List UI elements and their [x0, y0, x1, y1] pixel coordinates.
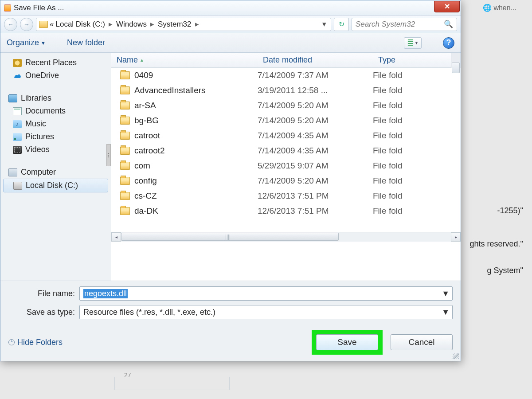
disk-icon: [13, 182, 22, 190]
search-icon[interactable]: 🔍: [444, 20, 453, 29]
titlebar: Save File As ... ✕: [0, 0, 461, 16]
sidebar-splitter[interactable]: [106, 144, 111, 166]
toolbar: Organize ▼ New folder ≣ ▼ ?: [0, 33, 461, 53]
close-button[interactable]: ✕: [434, 1, 460, 12]
file-row[interactable]: da-DK12/6/2013 7:51 PMFile fold: [111, 203, 461, 219]
bottom-panel: File name: negoexts.dll ▼ Save as type: …: [0, 281, 461, 361]
cancel-button[interactable]: Cancel: [391, 334, 453, 350]
file-type: File fold: [373, 116, 461, 125]
breadcrumb-item[interactable]: System32: [158, 20, 192, 29]
column-header-date[interactable]: Date modified: [258, 55, 373, 65]
file-row[interactable]: catroot27/14/2009 4:35 AMFile fold: [111, 143, 461, 158]
sidebar-computer[interactable]: Computer: [0, 166, 111, 179]
saveastype-label: Save as type:: [8, 308, 75, 317]
search-input[interactable]: Search System32 🔍: [352, 18, 457, 31]
sidebar-libraries[interactable]: Libraries: [0, 92, 111, 105]
saveastype-dropdown[interactable]: ▼: [442, 308, 450, 317]
scrollbar-track[interactable]: [121, 232, 451, 242]
hide-folders-toggle[interactable]: ˄ Hide Folders: [8, 338, 63, 347]
chevron-right-icon[interactable]: ▸: [193, 20, 201, 29]
file-row[interactable]: bg-BG7/14/2009 5:20 AMFile fold: [111, 113, 461, 128]
scrollbar-thumb[interactable]: [121, 233, 339, 241]
column-header-type[interactable]: Type: [373, 55, 461, 65]
filename-dropdown[interactable]: ▼: [442, 289, 450, 298]
file-list[interactable]: 04097/14/2009 7:37 AMFile foldAdvancedIn…: [111, 68, 461, 232]
file-date: 7/14/2009 5:20 AM: [258, 101, 373, 110]
file-row[interactable]: com5/29/2015 9:07 AMFile fold: [111, 158, 461, 173]
file-row[interactable]: catroot7/14/2009 4:35 AMFile fold: [111, 128, 461, 143]
address-bar[interactable]: « Local Disk (C:) ▸ Windows ▸ System32 ▸…: [36, 18, 331, 31]
refresh-button[interactable]: ↻: [334, 18, 349, 31]
sidebar-item[interactable]: OneDrive: [0, 69, 111, 82]
file-date: 12/6/2013 7:51 PM: [258, 191, 373, 201]
chevron-right-icon[interactable]: ▸: [107, 20, 114, 29]
sidebar-item[interactable]: Music: [0, 117, 111, 130]
sidebar-item-label: OneDrive: [25, 71, 59, 80]
new-folder-button[interactable]: New folder: [67, 38, 105, 47]
folder-icon: [120, 162, 130, 170]
breadcrumb-item[interactable]: Windows: [116, 20, 147, 29]
file-row[interactable]: ar-SA7/14/2009 5:20 AMFile fold: [111, 98, 461, 113]
file-type: File fold: [373, 206, 461, 216]
file-row[interactable]: cs-CZ12/6/2013 7:51 PMFile fold: [111, 188, 461, 203]
file-type: File fold: [373, 70, 461, 80]
sidebar-item[interactable]: Videos: [0, 143, 111, 156]
filename-value: negoexts.dll: [83, 289, 128, 298]
chevron-down-icon: ▼: [415, 41, 419, 45]
file-name: bg-BG: [134, 116, 159, 125]
background-text-line: g System": [487, 266, 523, 275]
horizontal-scrollbar: ◂ ▸: [111, 232, 461, 242]
file-name: catroot: [134, 131, 160, 141]
sidebar-item[interactable]: Recent Places: [0, 56, 111, 69]
save-file-dialog: Save File As ... ✕ ← → « Local Disk (C:)…: [0, 0, 461, 361]
close-icon: ✕: [444, 2, 450, 11]
column-header-name[interactable]: Name ▲: [111, 55, 258, 65]
background-browser-tab: 🌐 when...: [483, 4, 516, 12]
breadcrumb-item[interactable]: Local Disk (C:): [55, 20, 105, 29]
folder-icon: [120, 71, 130, 79]
filename-input[interactable]: negoexts.dll ▼: [79, 286, 453, 301]
file-type: File fold: [373, 161, 461, 171]
chevron-right-icon[interactable]: ▸: [149, 20, 156, 29]
recent-icon: [13, 59, 22, 67]
sidebar-item-label: Pictures: [25, 132, 54, 141]
scroll-right-button[interactable]: ▸: [451, 232, 461, 242]
sidebar-item[interactable]: Pictures: [0, 130, 111, 143]
file-date: 7/14/2009 7:37 AM: [258, 70, 373, 80]
file-name: da-DK: [134, 206, 158, 216]
file-row[interactable]: AdvancedInstallers3/19/2011 12:58 ...Fil…: [111, 83, 461, 98]
folder-icon: [120, 207, 130, 215]
vid-icon: [13, 146, 22, 154]
sidebar-local-disk[interactable]: Local Disk (C:): [3, 179, 108, 192]
sort-indicator-icon: ▲: [140, 58, 144, 63]
save-button[interactable]: Save: [316, 334, 378, 350]
file-name: cs-CZ: [134, 191, 157, 201]
address-dropdown[interactable]: ▾: [321, 20, 328, 29]
file-date: 7/14/2009 4:35 AM: [258, 146, 373, 156]
onedrive-icon: [13, 72, 22, 80]
filename-label: File name:: [8, 289, 75, 298]
scroll-left-button[interactable]: ◂: [111, 232, 121, 242]
background-divider: [114, 377, 230, 390]
file-date: 12/6/2013 7:51 PM: [258, 206, 373, 216]
sidebar-item[interactable]: Documents: [0, 105, 111, 117]
saveastype-select[interactable]: Resource files (*.res, *.dll, *.exe, etc…: [79, 305, 453, 319]
forward-button[interactable]: →: [20, 18, 33, 31]
help-button[interactable]: ?: [443, 37, 454, 49]
organize-menu[interactable]: Organize ▼: [7, 38, 46, 47]
view-options-button[interactable]: ≣ ▼: [404, 37, 422, 49]
sidebar-item-label: Documents: [25, 106, 66, 116]
folder-icon: [120, 86, 130, 94]
file-date: 7/14/2009 5:20 AM: [258, 176, 373, 186]
music-icon: [13, 120, 22, 128]
file-type: File fold: [373, 176, 461, 186]
file-list-pane: Name ▲ Date modified Type 04097/14/2009 …: [111, 53, 461, 281]
resize-grip[interactable]: [453, 353, 459, 359]
back-button[interactable]: ←: [4, 18, 17, 31]
window-title: Save File As ...: [14, 4, 64, 12]
save-button-highlight: Save: [312, 330, 383, 355]
breadcrumb-overflow[interactable]: «: [50, 20, 54, 29]
file-row[interactable]: 04097/14/2009 7:37 AMFile fold: [111, 68, 461, 83]
file-row[interactable]: config7/14/2009 5:20 AMFile fold: [111, 173, 461, 188]
sidebar-item-label: Music: [25, 119, 46, 129]
